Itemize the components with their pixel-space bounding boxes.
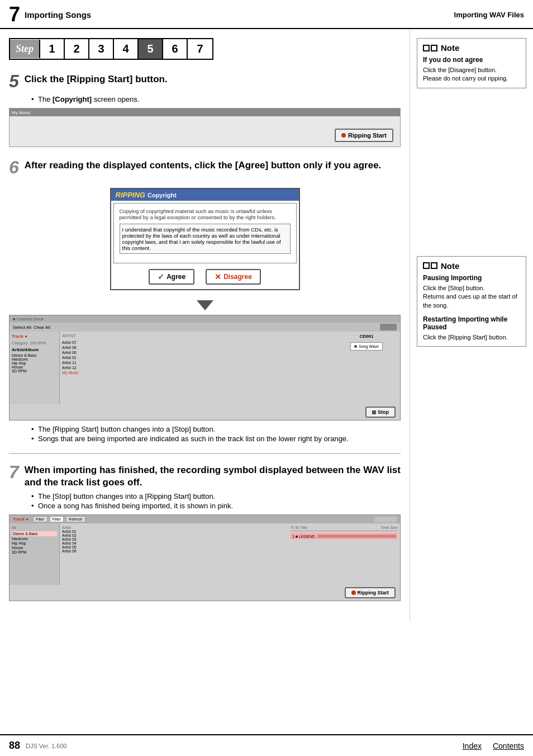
stop-dot [372,410,376,414]
footer-left: 88 DJS Ver. 1.600 [9,740,66,752]
agree-button[interactable]: ✓ Agree [149,269,194,285]
tl2-cat: Hardcore [12,537,57,541]
dialog-copyright-label: Copyright [147,192,177,199]
tl2-artist: Artist 01 [62,530,286,533]
note-2-title: Note [441,261,459,271]
artist-item: Artist 07 [62,340,331,345]
tl2-artists: Artist 01 Artist 02 Artist 03 Artist 04 … [62,530,286,553]
cat-item: 3D RPM [12,369,57,373]
disagree-x: ✕ [215,272,221,281]
note-icon-wrapper-2 [423,262,437,269]
dialog-text2: I understand that copyright of the music… [120,224,291,254]
track-list-cols: ARTIST [62,334,331,338]
note-2-subheading2: Restarting Importing while Paused [423,315,520,331]
note-icon-4 [431,262,437,269]
nav-select-all[interactable]: Select All [13,325,31,330]
page-footer: 88 DJS Ver. 1.600 Index Contents [0,734,533,756]
step-7: 7 [188,39,212,59]
tl2-artist: Artist 06 [62,549,286,553]
tl2-tab-filter2[interactable]: Filter [50,516,64,522]
track-list-body: Track ● Category 100 BPM Artist/Album Da… [9,332,400,404]
index-link[interactable]: Index [463,741,482,750]
track-list-right: CD001 Song Wave [333,332,400,404]
artist-list: Artist 07 Artist 08 Artist 00 Artist 01 … [62,340,331,375]
step-5: 5 [139,39,163,59]
note-icon-2 [431,45,437,51]
note-title-row-1: Note [423,43,520,53]
nav-clear[interactable]: Clear All [34,325,50,330]
ripping-btn-label: Ripping Start [348,132,387,139]
tl2-cat: House [12,546,57,550]
track-list-nav: Select All Clear All [9,323,400,332]
tl2-tabs: Filter Filter Refresh [33,516,85,522]
stop-button[interactable]: Stop [365,407,396,418]
note-1-title: Note [441,43,459,53]
step-6-section: 6 After reading the displayed contents, … [9,157,401,443]
note-1-subheading: If you do not agree [423,56,520,64]
tl2-cols: Tr St Title Time Size [291,526,398,531]
nav-indicator [380,324,397,330]
mock-bar-text: My Music [12,110,31,115]
tl2-col-title: Title [300,526,379,530]
dialog-body: Copying of copyrighted material such as … [113,203,297,263]
step-6-number: 6 [9,157,19,178]
cat-item: House [12,365,57,369]
tl2-tab-refresh[interactable]: Refresh [66,516,85,522]
tl2-progress-bar [317,535,396,538]
step-7-bullet-1: The [Stop] button changes into a [Rippin… [31,492,401,500]
step-5-sub1: The [Copyright] screen opens. [31,95,401,103]
step-5-text: Click the [Ripping Start] button. [25,71,168,86]
step-7-bullets: The [Stop] button changes into a [Rippin… [31,492,401,510]
track-list-finished: Track ● Filter Filter Refresh All Dance … [9,514,401,601]
note-2-subheading1: Pausing Importing [423,274,520,282]
chapter-info: 7 Importing Songs [9,4,91,25]
agree-checkmark: ✓ [158,272,164,281]
step-1: 1 [40,39,65,59]
btn-dot-2 [351,590,356,595]
tl2-right: Tr St Title Time Size 1 ■ LEGEND [288,523,400,585]
page-header: 7 Importing Songs Importing WAV Files [0,0,533,29]
ripping-start-button[interactable]: Ripping Start [335,129,393,142]
dialog-text1: Copying of copyrighted material such as … [120,208,291,220]
step-6-text: After reading the displayed contents, cl… [25,157,382,172]
artist-item: Artist 12 [62,365,331,370]
step-5-heading: 5 Click the [Ripping Start] button. [9,71,401,92]
footer-right: Index Contents [463,741,524,750]
note-box-2: Note Pausing Importing Click the [Stop] … [417,256,526,347]
tl2-pink-row: 1 ■ LEGEND [291,533,398,540]
tl2-artist: Artist 05 [62,545,286,549]
dialog-wrapper: RIPPING Copyright Copying of copyrighted… [9,182,401,296]
step-3: 3 [89,39,114,59]
step-6-bullet-1: The [Ripping Start] button changes into … [31,425,401,433]
tl2-col-tr: Tr St [291,526,299,530]
agree-label: Agree [166,273,185,281]
col-artist: ARTIST [62,334,76,338]
tl2-artist: Artist 03 [62,537,286,541]
step-6-bullets: The [Ripping Start] button changes into … [31,425,401,443]
my-music-item: My Music [62,370,331,375]
step-7-heading: 7 When importing has finished, the recor… [9,462,401,489]
song-wave-label: Song Wave [359,344,379,348]
artist-album-label: Artist/Album [12,347,57,352]
note-box-1: Note If you do not agree Click the [Disa… [417,38,526,88]
tl2-indicator [374,517,397,522]
track-list-footer: Stop [9,404,400,420]
category-list: Dance & Bass Hardcore Hip Hop House 3D R… [12,353,57,373]
step-4: 4 [114,39,139,59]
tl2-all: All [12,526,57,530]
contents-link[interactable]: Contents [493,741,524,750]
stop-label: Stop [378,409,389,415]
disagree-button[interactable]: ✕ Disagree [206,269,261,285]
note-icon-3 [423,262,430,269]
col-category: Category [12,341,27,345]
main-layout: Step 1 2 3 4 5 6 7 5 Click the [Ripping … [0,29,533,620]
track-list-header: ■ License Deck [9,315,400,323]
right-sidebar: Note If you do not agree Click the [Disa… [410,29,533,620]
ripping-start-button-2[interactable]: Ripping Start [345,587,396,598]
ripping-btn-dot [341,133,346,138]
step-7-section: 7 When importing has finished, the recor… [9,462,401,601]
step-6-bullet-2: Songs that are being imported are indica… [31,434,401,443]
step-5-section: 5 Click the [Ripping Start] button. The … [9,71,401,147]
cd-label: CD001 [360,334,374,339]
tl2-tab-filter[interactable]: Filter [33,516,47,522]
